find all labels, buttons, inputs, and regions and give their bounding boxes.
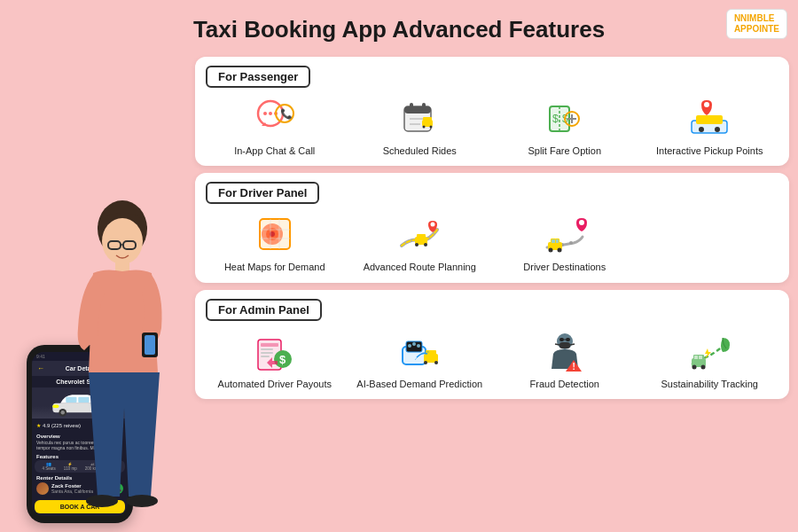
- feature-heat-maps: Heat Maps for Demand: [206, 211, 344, 273]
- svg-text:$: $: [279, 353, 286, 366]
- svg-point-45: [715, 127, 720, 132]
- renter-avatar: [36, 482, 49, 495]
- svg-rect-68: [556, 239, 559, 243]
- page-wrapper: NNIMBLE APPOINTE Taxi Booking App Advanc…: [0, 0, 798, 532]
- svg-point-80: [412, 342, 416, 346]
- svg-line-89: [570, 344, 575, 345]
- svg-rect-26: [404, 106, 431, 113]
- svg-rect-71: [261, 343, 278, 347]
- passenger-label: For Passenger: [206, 66, 310, 88]
- admin-features-grid: $ Automated Driver Payouts: [206, 328, 778, 390]
- driver-section: For Driver Panel: [195, 173, 789, 282]
- svg-point-85: [434, 361, 438, 364]
- ai-demand-label: AI-Based Demand Prediction: [356, 378, 482, 390]
- svg-rect-87: [559, 342, 570, 348]
- svg-rect-98: [694, 356, 698, 359]
- svg-text:$: $: [552, 113, 559, 125]
- chat-call-icon: 📞: [252, 95, 298, 141]
- scheduled-rides-label: Scheduled Rides: [383, 145, 457, 157]
- route-planning-icon: [396, 211, 442, 257]
- feature-sustainability: Sustainability Tracking: [641, 328, 779, 390]
- svg-point-79: [408, 344, 411, 348]
- route-planning-label: Advanced Route Planning: [364, 261, 476, 273]
- admin-section: For Admin Panel: [195, 290, 789, 399]
- payouts-icon: $: [252, 328, 298, 374]
- svg-rect-74: [261, 356, 270, 357]
- feature-pickup-points: Interactive Pickup Points: [641, 95, 779, 157]
- feature-scheduled-rides: Scheduled Rides: [351, 95, 489, 157]
- feature-split-fare: $ $ Split Fare Option: [496, 95, 634, 157]
- svg-point-46: [704, 102, 709, 107]
- main-content: 9:41●●● ← Car Details ⤴ Chevrolet Spark: [0, 52, 798, 532]
- ai-demand-icon: [396, 328, 442, 374]
- passenger-features-grid: 📞 In-App Chat & Call: [206, 95, 778, 157]
- svg-point-81: [417, 344, 420, 348]
- admin-label: For Admin Panel: [206, 299, 322, 321]
- person-figure: [53, 195, 186, 523]
- svg-point-33: [423, 126, 426, 129]
- svg-point-97: [701, 364, 706, 369]
- heat-maps-label: Heat Maps for Demand: [224, 261, 325, 273]
- split-fare-label: Split Fare Option: [528, 145, 601, 157]
- svg-point-21: [269, 112, 272, 115]
- svg-point-34: [430, 126, 433, 129]
- phone-section: 9:41●●● ← Car Details ⤴ Chevrolet Spark: [9, 52, 186, 523]
- driver-destinations-icon: [542, 211, 588, 257]
- star-icon: ★: [36, 422, 41, 428]
- svg-point-20: [263, 112, 267, 115]
- driver-label: For Driver Panel: [206, 182, 319, 204]
- feature-in-app-chat: 📞 In-App Chat & Call: [206, 95, 344, 157]
- passenger-section: For Passenger 📞: [195, 57, 789, 166]
- feature-fraud-detection: ! Fraud Detection: [496, 328, 634, 390]
- feature-ai-demand: AI-Based Demand Prediction: [351, 328, 489, 390]
- feature-route-planning: Advanced Route Planning: [351, 211, 489, 273]
- features-panel: For Passenger 📞: [195, 52, 789, 523]
- svg-rect-28: [422, 103, 426, 110]
- svg-point-59: [431, 223, 435, 227]
- svg-rect-73: [261, 352, 273, 354]
- svg-point-69: [579, 220, 584, 225]
- sustainability-label: Sustainability Tracking: [661, 378, 758, 390]
- svg-point-96: [692, 364, 697, 369]
- svg-point-58: [424, 243, 427, 246]
- back-button[interactable]: ←: [37, 364, 44, 372]
- svg-point-57: [415, 243, 419, 246]
- svg-point-62: [569, 241, 573, 245]
- page-title: Taxi Booking App Advanced Features: [0, 16, 798, 43]
- feature-driver-destinations: Driver Destinations: [496, 211, 634, 273]
- svg-rect-72: [261, 348, 273, 350]
- svg-rect-43: [696, 115, 723, 124]
- svg-rect-90: [559, 338, 564, 341]
- svg-rect-32: [423, 117, 432, 121]
- feature-driver-payouts: $ Automated Driver Payouts: [206, 328, 344, 390]
- svg-text:📞: 📞: [280, 107, 293, 120]
- pickup-points-icon: [686, 95, 732, 141]
- sustainability-icon: [686, 328, 732, 374]
- svg-rect-99: [699, 356, 702, 359]
- svg-rect-27: [410, 103, 413, 110]
- chat-call-label: In-App Chat & Call: [234, 145, 315, 157]
- fraud-icon: !: [542, 328, 588, 374]
- scheduled-rides-icon: [396, 95, 442, 141]
- pickup-points-label: Interactive Pickup Points: [656, 145, 763, 157]
- svg-line-88: [555, 344, 559, 345]
- svg-point-8: [86, 495, 118, 507]
- svg-point-9: [126, 495, 158, 507]
- svg-point-65: [548, 248, 552, 253]
- logo: NNIMBLE APPOINTE: [726, 9, 787, 39]
- svg-rect-56: [417, 234, 426, 239]
- driver-features-grid: Heat Maps for Demand: [206, 211, 778, 273]
- svg-text:!: !: [572, 362, 575, 372]
- driver-destinations-label: Driver Destinations: [523, 261, 606, 273]
- svg-point-66: [557, 248, 561, 253]
- page-header: Taxi Booking App Advanced Features: [0, 0, 798, 52]
- svg-rect-7: [145, 335, 155, 355]
- fraud-detection-label: Fraud Detection: [530, 378, 599, 390]
- svg-point-44: [699, 127, 704, 132]
- svg-point-1: [102, 218, 143, 264]
- heat-maps-icon: [252, 211, 298, 257]
- svg-point-84: [424, 361, 427, 364]
- svg-rect-67: [552, 239, 555, 243]
- split-fare-icon: $ $: [542, 95, 588, 141]
- svg-rect-91: [566, 338, 570, 341]
